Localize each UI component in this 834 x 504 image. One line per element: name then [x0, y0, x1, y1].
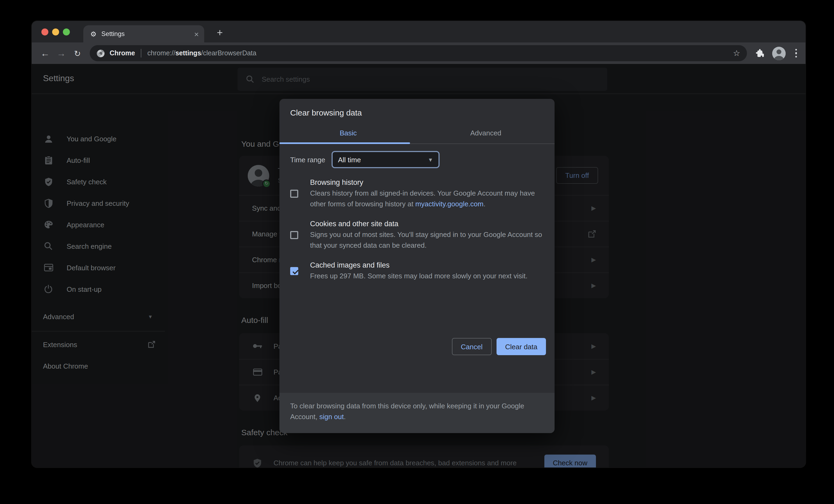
- screenshot-stage: ⚙ Settings × + ← → ↻ Chrome: [0, 0, 834, 504]
- item-browsing-history: Browsing history Clears history from all…: [290, 177, 544, 210]
- dialog-actions: Cancel Clear data: [452, 338, 546, 355]
- dialog-title: Clear browsing data: [290, 108, 362, 117]
- toolbar: ← → ↻ Chrome chrome://settings/clearBrow…: [32, 42, 806, 64]
- sign-out-link[interactable]: sign out: [319, 413, 344, 421]
- checkbox-browsing-history[interactable]: [290, 190, 298, 197]
- dialog-footer: To clear browsing data from this device …: [280, 393, 554, 433]
- browser-window: ⚙ Settings × + ← → ↻ Chrome: [32, 21, 806, 467]
- item-title: Browsing history: [310, 177, 535, 188]
- profile-avatar[interactable]: [772, 46, 785, 60]
- item-description: other forms of browsing history at myact…: [310, 199, 535, 210]
- myactivity-link[interactable]: myactivity.google.com: [415, 200, 484, 208]
- time-range-value: All time: [338, 156, 361, 163]
- clear-data-button[interactable]: Clear data: [497, 338, 546, 355]
- toolbar-right: [755, 46, 799, 60]
- gear-icon: ⚙: [90, 30, 96, 37]
- close-window-button[interactable]: [41, 28, 48, 36]
- bookmark-star-icon[interactable]: ☆: [733, 48, 740, 58]
- origin-chip: Chrome: [110, 49, 135, 57]
- tab-label: Basic: [339, 129, 357, 137]
- item-description: that your synced data can be cleared.: [310, 240, 542, 251]
- forward-icon[interactable]: →: [53, 49, 69, 58]
- time-range-label: Time range: [290, 156, 325, 163]
- footer-text: To clear browsing data from this device …: [290, 401, 544, 412]
- address-bar[interactable]: Chrome chrome://settings/clearBrowserDat…: [90, 45, 747, 61]
- zoom-window-button[interactable]: [63, 28, 70, 36]
- new-tab-button[interactable]: +: [212, 25, 227, 40]
- checkbox-cookies[interactable]: [290, 231, 298, 239]
- checkbox-cached-images[interactable]: [290, 267, 298, 275]
- tab-strip: ⚙ Settings × +: [32, 21, 806, 42]
- extensions-puzzle-icon[interactable]: [755, 49, 764, 58]
- dialog-tabs: Basic Advanced: [280, 123, 554, 144]
- minimize-window-button[interactable]: [52, 28, 59, 36]
- traffic-lights: [41, 28, 70, 36]
- tab-close-icon[interactable]: ×: [194, 30, 199, 38]
- item-title: Cookies and other site data: [310, 219, 542, 229]
- chrome-logo-icon: [97, 49, 105, 57]
- item-title: Cached images and files: [310, 260, 527, 271]
- item-description: Clears history from all signed-in device…: [310, 188, 535, 199]
- tab-label: Advanced: [470, 129, 501, 137]
- tab-advanced[interactable]: Advanced: [417, 123, 554, 144]
- active-tab-underline: [280, 143, 410, 144]
- time-range-select[interactable]: All time ▼: [332, 151, 440, 168]
- item-description: Frees up 297 MB. Some sites may load mor…: [310, 271, 527, 282]
- omnibox-separator: [141, 49, 141, 58]
- menu-kebab-icon[interactable]: [793, 49, 799, 58]
- dialog-body: Time range All time ▼ Browsing history C…: [280, 144, 554, 291]
- reload-icon[interactable]: ↻: [69, 49, 85, 57]
- tab-basic[interactable]: Basic: [280, 123, 417, 144]
- item-cookies: Cookies and other site data Signs you ou…: [290, 219, 544, 251]
- url-text: chrome://settings/clearBrowserData: [147, 49, 729, 57]
- tab-title: Settings: [101, 30, 194, 38]
- cancel-button[interactable]: Cancel: [452, 338, 492, 355]
- item-description: Signs you out of most sites. You'll stay…: [310, 229, 542, 240]
- footer-text: Account, sign out.: [290, 412, 544, 422]
- select-arrow-icon: ▼: [428, 157, 433, 162]
- time-range-row: Time range All time ▼: [290, 150, 544, 169]
- item-cached-images: Cached images and files Frees up 297 MB.…: [290, 260, 544, 282]
- tab-settings[interactable]: ⚙ Settings ×: [83, 25, 204, 42]
- back-icon[interactable]: ←: [37, 49, 53, 58]
- clear-browsing-data-dialog: Clear browsing data Basic Advanced Time …: [280, 99, 554, 433]
